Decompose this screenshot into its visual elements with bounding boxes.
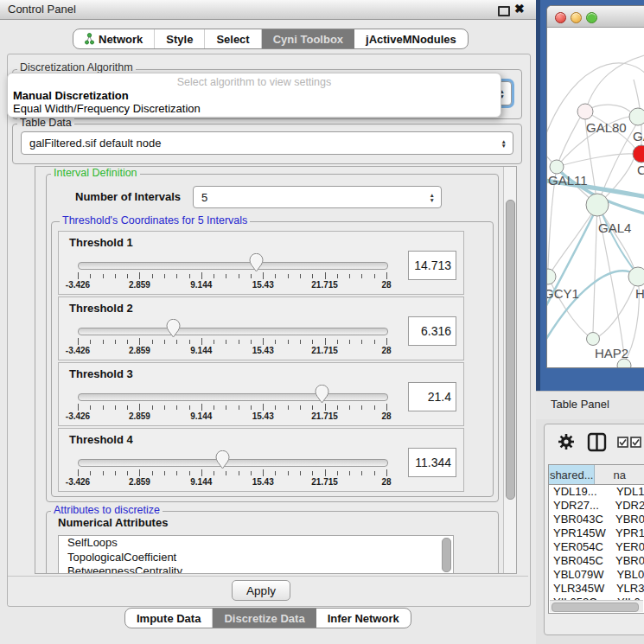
major-tick: [325, 404, 326, 411]
numerical-attributes-list[interactable]: SelfLoopsTopologicalCoefficientBetweenne…: [58, 535, 454, 574]
list-scrollbar-thumb[interactable]: [442, 538, 451, 572]
cell-shared-name[interactable]: YBR043C: [549, 513, 612, 526]
cell-name[interactable]: YBL0: [613, 568, 644, 582]
list-scrollbar[interactable]: [442, 538, 451, 572]
cell-name[interactable]: YDL1: [613, 485, 644, 499]
minimize-traffic-light[interactable]: [571, 12, 582, 23]
minor-tick: [312, 471, 313, 475]
table-row[interactable]: YDR27...YDR2: [549, 499, 644, 513]
major-tick: [263, 272, 264, 279]
slider-track[interactable]: [78, 262, 388, 270]
slider-thumb[interactable]: [249, 253, 264, 272]
close-panel-icon[interactable]: ✖: [514, 2, 525, 16]
threshold-panel-4: Threshold 4-3.4262.8599.14415.4321.71528…: [58, 428, 464, 492]
zoom-traffic-light[interactable]: [586, 12, 597, 23]
network-node-hap2[interactable]: [587, 333, 600, 346]
algorithm-hint: Select algorithm to view settings: [8, 76, 501, 88]
network-node-gal11[interactable]: [550, 160, 564, 174]
attribute-list-item[interactable]: TopologicalCoefficient: [59, 551, 453, 565]
slider-thumb[interactable]: [315, 385, 329, 404]
table-horizontal-scrollbar-thumb[interactable]: [552, 603, 639, 612]
attribute-list-item[interactable]: BetweennessCentrality: [59, 564, 453, 574]
table-row[interactable]: YER054CYER0: [549, 540, 644, 554]
threshold-value-field[interactable]: 21.4: [408, 382, 456, 411]
table-row[interactable]: YLR345WYLR3: [549, 582, 644, 596]
column-header-name[interactable]: na: [595, 465, 644, 484]
minor-tick: [361, 340, 362, 344]
minor-tick: [374, 340, 375, 344]
tick-label: 2.859: [129, 280, 150, 290]
slider-thumb[interactable]: [215, 450, 230, 469]
apply-button[interactable]: Apply: [232, 580, 290, 601]
threshold-value-field[interactable]: 6.316: [408, 316, 456, 346]
checkbox-checked-icon[interactable]: [617, 437, 628, 448]
column-header-shared-name[interactable]: shared...: [549, 465, 595, 484]
table-row[interactable]: YBL079WYBL0: [549, 568, 644, 582]
minor-tick: [189, 405, 190, 410]
thresholds-group-label: Threshold's Coordinates for 5 Intervals: [60, 215, 250, 226]
slider-track[interactable]: [78, 459, 388, 467]
network-node-h[interactable]: [628, 267, 644, 286]
tab-infer-network[interactable]: Infer Network: [316, 609, 411, 628]
cell-name[interactable]: YBR0: [612, 554, 644, 568]
tab-discretize-data[interactable]: Discretize Data: [213, 609, 316, 628]
tab-impute-data[interactable]: Impute Data: [125, 609, 213, 628]
table-row[interactable]: YBR045CYBR0: [549, 554, 644, 568]
table-data-combobox[interactable]: galFiltered.sif default node ▲▼: [21, 131, 513, 155]
number-of-intervals-combobox[interactable]: 5 ▲▼: [193, 186, 442, 208]
algorithm-option-manual[interactable]: Manual Discretization: [13, 89, 129, 102]
cell-shared-name[interactable]: YDL19...: [549, 485, 613, 499]
minor-tick: [349, 340, 350, 344]
tick-label: 21.715: [311, 280, 338, 290]
cell-shared-name[interactable]: YER054C: [549, 540, 612, 554]
minor-tick: [239, 274, 239, 278]
gear-icon[interactable]: [558, 433, 575, 450]
tab-cyni-toolbox[interactable]: Cyni Toolbox: [262, 29, 354, 48]
table-body[interactable]: YDL19...YDL1YDR27...YDR2YBR043CYBR0YPR14…: [549, 485, 644, 602]
cell-shared-name[interactable]: YPR145W: [549, 526, 612, 540]
cell-name[interactable]: YBR0: [612, 513, 644, 526]
minor-tick: [115, 274, 116, 278]
minor-tick: [300, 340, 301, 344]
slider-track[interactable]: [78, 328, 388, 335]
network-canvas[interactable]: GAL80GACGAL11GAL4GCY1HHAP2: [547, 28, 644, 367]
close-traffic-light[interactable]: [555, 12, 566, 23]
cell-shared-name[interactable]: YBR045C: [549, 554, 612, 568]
table-row[interactable]: YDL19...YDL1: [549, 485, 644, 499]
slider-thumb[interactable]: [166, 319, 181, 338]
tab-network[interactable]: Network: [73, 29, 155, 48]
network-node-gal4[interactable]: [586, 194, 609, 216]
cell-name[interactable]: YER0: [612, 540, 644, 554]
slider-track[interactable]: [78, 393, 388, 401]
cell-name[interactable]: YDR2: [612, 499, 644, 513]
network-node-ga[interactable]: [629, 108, 644, 125]
table-row[interactable]: YBR043CYBR0: [549, 513, 644, 526]
cell-shared-name[interactable]: YLR345W: [549, 582, 613, 596]
tab-select[interactable]: Select: [205, 29, 261, 48]
numerical-attributes-heading: Numerical Attributes: [58, 516, 168, 529]
cell-shared-name[interactable]: YBL079W: [549, 568, 613, 582]
tab-style[interactable]: Style: [155, 29, 205, 48]
minor-tick: [103, 471, 104, 475]
network-node-gcy1[interactable]: [547, 269, 556, 284]
table-row[interactable]: YPR145WYPR1: [549, 526, 644, 540]
network-node-gal80[interactable]: [577, 104, 593, 119]
attribute-list-item[interactable]: SelfLoops: [59, 536, 453, 551]
network-node-label: GAL11: [548, 173, 588, 188]
network-window-titlebar[interactable]: [547, 6, 644, 28]
settings-scrollbar[interactable]: [503, 167, 516, 573]
cell-name[interactable]: YPR1: [612, 526, 644, 540]
threshold-value-field[interactable]: 14.713: [408, 251, 456, 280]
split-columns-icon[interactable]: [587, 432, 607, 452]
settings-scrollbar-thumb[interactable]: [506, 200, 515, 500]
tab-jactivemnodules[interactable]: jActiveMNodules: [354, 29, 468, 48]
table-horizontal-scrollbar[interactable]: [550, 600, 643, 612]
cell-name[interactable]: YLR3: [613, 582, 644, 596]
algorithm-option-equal-width[interactable]: Equal Width/Frequency Discretization: [13, 102, 201, 115]
top-tab-bar: NetworkStyleSelectCyni ToolboxjActiveMNo…: [73, 29, 469, 49]
float-window-icon[interactable]: [498, 6, 510, 16]
minor-tick: [337, 471, 338, 475]
cell-shared-name[interactable]: YDR27...: [549, 499, 612, 513]
checkbox-checked-icon[interactable]: [630, 437, 641, 448]
threshold-value-field[interactable]: 11.344: [408, 448, 456, 477]
